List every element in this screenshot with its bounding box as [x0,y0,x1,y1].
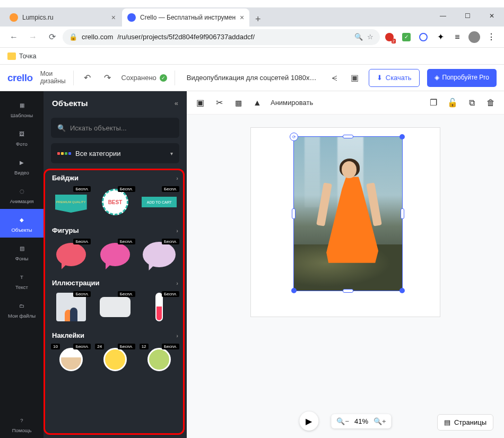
app-logo[interactable]: crello [7,72,33,84]
frame-icon[interactable]: ▣ [194,97,206,109]
section-badges[interactable]: Бейджи› [44,171,187,186]
layers-icon[interactable]: ❐ [428,97,439,109]
canvas-viewport[interactable]: ⟳ ▶ 🔍− 41% 🔍+ ▤ [187,115,504,438]
close-icon[interactable]: × [111,13,116,22]
rail-myfiles[interactable]: 🗀Мои файлы [0,295,44,323]
object-shape[interactable]: Беспл. [51,239,91,270]
object-illustration[interactable]: Беспл. [51,291,91,323]
zoom-out-icon[interactable]: 🔍− [336,417,349,425]
window-close[interactable]: ✕ [480,7,504,24]
favicon [127,13,136,22]
search-input[interactable]: 🔍 Искать объекты... [51,118,179,138]
extension-icon[interactable]: 2 [382,30,397,45]
design-title-input[interactable]: Видеопубликация для соцсетей 1080x10... [183,71,321,85]
browser-tab-strip: Lumpics.ru × Crello — Бесплатный инструм… [0,7,504,27]
effects-icon[interactable]: ▩ [232,97,244,109]
profile-avatar[interactable] [467,30,482,45]
resize-handle[interactable] [291,288,297,293]
folder-icon: 🗀 [16,300,28,311]
flip-icon[interactable]: ▲ [251,97,263,109]
cloud-saved-icon: ✓ [160,74,167,82]
window-minimize[interactable]: — [431,7,455,24]
extensions-menu-icon[interactable]: ✦ [433,30,448,45]
close-icon[interactable]: × [240,13,244,22]
rotate-handle-icon[interactable]: ⟳ [290,133,298,141]
bookmark-item[interactable]: Точка [19,52,37,60]
section-illustrations[interactable]: Иллюстрации› [44,276,187,291]
reading-list-icon[interactable]: ≡ [450,30,465,45]
object-sticker[interactable]: 10Беспл. [51,344,91,375]
resize-handle[interactable] [343,289,353,293]
rail-help[interactable]: ?Помощь [0,409,44,438]
categories-icon [57,152,71,155]
object-badge[interactable]: PREMIUM QUALITYБеспл. [51,186,91,218]
try-pro-button[interactable]: ◈ Попробуйте Pro [427,69,497,87]
animate-button[interactable]: Анимировать [271,99,313,107]
crop-icon[interactable]: ✂ [213,97,225,109]
object-sticker[interactable]: 24Беспл. [95,344,135,375]
resize-handle[interactable] [343,135,353,138]
rail-templates[interactable]: ▦Шаблоны [0,94,44,123]
selected-image[interactable] [294,137,402,291]
nav-forward-icon[interactable]: → [24,29,41,46]
chevron-down-icon: ▾ [170,151,173,156]
resize-handle[interactable] [292,208,296,219]
rail-video[interactable]: ▶Видео [0,152,44,180]
object-illustration[interactable]: Беспл. [95,291,135,323]
redo-icon[interactable]: ↷ [101,72,114,84]
rail-objects[interactable]: ◆Объекты [0,209,44,238]
extension-icon[interactable] [416,30,431,45]
my-designs-link[interactable]: Мои дизайны [40,71,66,84]
photo-icon: 🖼 [16,128,28,139]
browser-tab[interactable]: Lumpics.ru × [4,8,121,27]
download-button[interactable]: ⬇ Скачать [369,69,420,87]
diamond-icon: ◈ [435,74,439,81]
zoom-value[interactable]: 41% [354,417,368,425]
object-illustration[interactable]: Беспл. [140,291,179,323]
object-shape[interactable]: Беспл. [95,239,135,270]
rail-text[interactable]: TТекст [0,266,44,295]
search-in-page-icon[interactable]: 🔍 [354,33,363,41]
window-maximize[interactable]: ☐ [455,7,480,24]
canvas-page[interactable]: ⟳ [250,127,440,317]
chevron-right-icon: › [176,227,178,234]
animation-icon: ◌ [16,185,28,197]
zoom-in-icon[interactable]: 🔍+ [373,417,386,425]
object-badge[interactable]: ADD TO CARTБеспл. [140,186,179,218]
collapse-panel-icon[interactable]: « [175,99,178,107]
pages-button[interactable]: ▤ Страницы [437,414,493,431]
rail-photo[interactable]: 🖼Фото [0,123,44,152]
lock-icon[interactable]: 🔓 [447,97,458,109]
share-icon[interactable]: ⪪ [328,72,341,84]
nav-back-icon[interactable]: ← [5,29,22,46]
category-dropdown[interactable]: Все категории ▾ [51,143,179,163]
object-badge[interactable]: BESTБеспл. [95,186,135,218]
url-input[interactable]: 🔒 crello.com/ru/user/projects/5f2d804fe9… [63,29,380,45]
delete-icon[interactable]: 🗑 [485,97,497,109]
section-shapes[interactable]: Фигуры› [44,223,187,239]
canvas-toolbar: ▣ ✂ ▩ ▲ Анимировать ❐ 🔓 ⧉ 🗑 [187,91,504,115]
selection-box[interactable]: ⟳ [293,136,403,291]
object-shape[interactable]: Беспл. [140,239,179,270]
object-sticker[interactable]: 12Беспл. [140,344,179,375]
extension-icon[interactable]: ✓ [399,30,414,45]
resize-handle[interactable] [399,134,405,139]
rail-backgrounds[interactable]: ▨Фоны [0,238,44,266]
browser-menu-icon[interactable]: ⋮ [484,30,499,45]
url-host: crello.com [82,33,113,41]
duplicate-icon[interactable]: ⧉ [466,97,477,109]
panel-title: Объекты « [44,91,187,115]
browser-tab-active[interactable]: Crello — Бесплатный инструмен × [122,8,249,27]
section-stickers[interactable]: Наклейки› [44,328,187,344]
new-tab-button[interactable]: + [250,12,265,27]
resize-handle[interactable] [401,208,404,219]
rail-animation[interactable]: ◌Анимация [0,180,44,209]
resize-handle[interactable] [399,288,405,293]
app-header: crello Мои дизайны ↶ ↷ Сохранено ✓ Видео… [0,65,504,91]
nav-reload-icon[interactable]: ⟳ [44,29,60,46]
present-icon[interactable]: ▣ [349,72,361,84]
play-button[interactable]: ▶ [299,411,318,431]
undo-icon[interactable]: ↶ [81,72,94,84]
zoom-control: 🔍− 41% 🔍+ [331,414,391,428]
bookmark-star-icon[interactable]: ☆ [367,33,373,41]
